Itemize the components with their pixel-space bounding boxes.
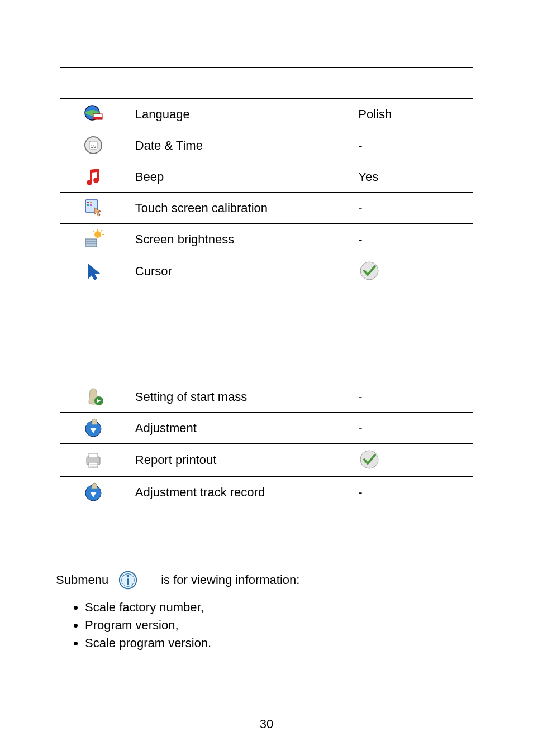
setting-value: - [350,477,473,508]
checkmark-icon [358,258,465,284]
checkmark-icon [358,447,465,472]
setting-value: - [350,130,473,161]
info-icon [113,570,156,591]
list-item: Scale program version. [85,634,477,652]
table-row: 15 Date & Time - [60,130,473,161]
setting-label: Date & Time [127,130,350,161]
svg-line-17 [101,230,102,231]
submenu-prefix: Submenu [56,573,108,587]
header-cell [350,350,473,381]
table-row: Touch screen calibration - [60,193,473,224]
settings-table-2: Setting of start mass - Adjustment - Rep… [60,350,473,508]
setting-value: Polish [350,99,473,130]
table-row: Adjustment track record - [60,477,473,508]
table-row: Language Polish [60,99,473,130]
music-note-icon [61,162,126,191]
list-item: Scale factory number, [85,599,477,616]
svg-point-27 [360,451,378,468]
svg-rect-24 [89,462,98,468]
table-row: Setting of start mass - [60,381,473,413]
setting-label: Adjustment track record [127,477,350,508]
track-record-icon [61,478,126,506]
setting-label: Touch screen calibration [127,193,350,224]
submenu-suffix: is for viewing information: [161,573,299,587]
svg-point-14 [94,231,101,238]
setting-label: Screen brightness [127,224,350,255]
start-mass-icon [61,382,126,411]
setting-label: Beep [127,161,350,193]
setting-label: Cursor [127,255,350,288]
printer-icon [61,445,126,475]
setting-value [350,255,473,288]
table-row: Report printout [60,444,473,477]
header-cell [350,68,473,99]
header-cell [60,68,127,99]
touch-screen-icon [61,194,126,222]
svg-point-32 [127,575,130,577]
list-item: Program version, [85,616,477,634]
setting-value: - [350,413,473,444]
header-cell [60,350,127,381]
table-row: Cursor [60,255,473,288]
table-header-row [60,68,473,99]
svg-rect-2 [93,117,102,119]
svg-rect-10 [90,204,92,206]
svg-text:15: 15 [91,143,96,149]
submenu-paragraph: Submenu is for viewing information: [56,570,477,591]
adjustment-icon [61,414,126,442]
page-number: 30 [0,717,533,731]
svg-rect-11 [85,239,97,247]
setting-value: - [350,224,473,255]
svg-rect-9 [87,204,89,206]
table-row: Screen brightness - [60,224,473,255]
setting-label: Adjustment [127,413,350,444]
clock-icon: 15 [61,131,126,160]
header-cell [127,350,350,381]
globe-flag-icon [61,100,126,128]
table-row: Adjustment - [60,413,473,444]
svg-rect-8 [90,202,92,203]
svg-line-18 [93,231,94,232]
setting-label: Setting of start mass [127,381,350,413]
setting-label: Report printout [127,444,350,477]
settings-table-1: Language Polish 15 Date & Time - Beep Ye… [60,67,473,288]
table-row: Beep Yes [60,161,473,193]
svg-rect-23 [89,453,98,458]
brightness-icon [61,225,126,253]
setting-value [350,444,473,477]
svg-point-19 [360,262,378,280]
header-cell [127,68,350,99]
svg-rect-7 [87,202,89,203]
setting-label: Language [127,99,350,130]
cursor-arrow-icon [61,256,126,286]
setting-value: - [350,381,473,413]
setting-value: - [350,193,473,224]
svg-rect-31 [127,578,129,585]
setting-value: Yes [350,161,473,193]
info-list: Scale factory number, Program version, S… [56,599,477,652]
table-header-row [60,350,473,381]
